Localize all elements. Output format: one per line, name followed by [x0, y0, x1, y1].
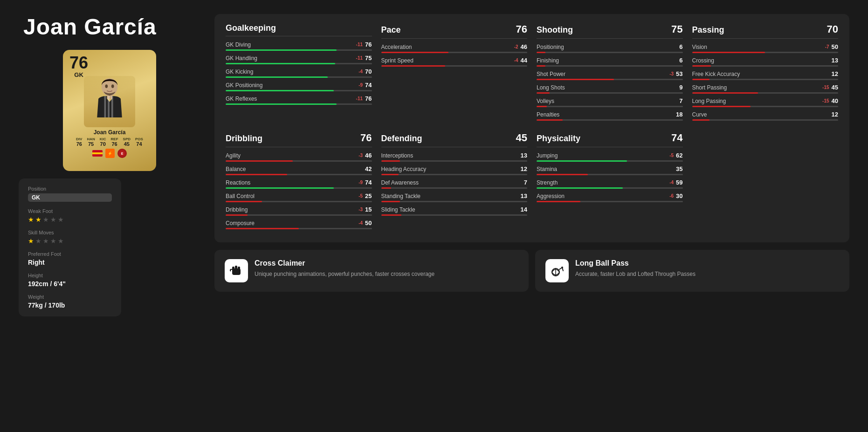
stat-bar-dribbling-3	[226, 201, 262, 202]
card-flags-row: ⚡ E	[92, 149, 127, 158]
category-score-defending: 45	[516, 132, 527, 144]
stat-row-pace-1: Sprint Speed-444	[381, 57, 528, 67]
skill-star-1: ★	[28, 237, 34, 245]
category-name-pace: Pace	[381, 25, 401, 35]
stat-category-passing: Passing70Vision-750Crossing13Free Kick A…	[692, 23, 839, 124]
stat-bar-pace-1	[381, 65, 446, 67]
player-name-header: Joan García	[19, 14, 200, 40]
category-header-pace: Pace76	[381, 23, 528, 39]
skill-star-2: ★	[35, 237, 41, 245]
svg-point-6	[111, 84, 114, 88]
stat-number-pace-1: 44	[521, 57, 527, 64]
stat-bar-shooting-0	[537, 52, 545, 53]
stat-number-shooting-4: 7	[679, 97, 682, 104]
stat-number-passing-5: 12	[832, 111, 838, 118]
stat-row-goalkeeping-4: GK Reflexes-1176	[226, 95, 372, 105]
info-height-section: Height 192cm / 6'4"	[28, 273, 112, 288]
category-name-passing: Passing	[692, 25, 724, 35]
stat-delta-goalkeeping-3: -9	[358, 82, 363, 88]
stat-row-pace-0: Acceleration-246	[381, 43, 528, 53]
stat-number-goalkeeping-0: 76	[365, 41, 372, 48]
card-rating-block: 76 GK	[69, 55, 88, 78]
stat-row-goalkeeping-0: GK Diving-1176	[226, 41, 372, 51]
card-top-row: 76 GK	[69, 55, 150, 78]
stat-name-defending-1: Heading Accuracy	[381, 166, 427, 172]
weight-value: 77kg / 170lb	[28, 302, 112, 309]
stat-row-passing-3: Short Passing-1545	[692, 84, 839, 94]
card-stat-spd: SPD 45	[123, 137, 131, 147]
stat-number-defending-0: 13	[521, 152, 527, 159]
stat-number-defending-1: 12	[521, 165, 527, 172]
stat-row-defending-0: Interceptions13	[381, 152, 528, 162]
stat-row-defending-3: Standing Tackle13	[381, 192, 528, 202]
star-1: ★	[28, 216, 34, 223]
svg-rect-10	[238, 267, 240, 270]
trait-card-1: Long Ball PassAccurate, faster Lob and L…	[535, 250, 849, 292]
stat-category-physicality: Physicality74Jumping-562Stamina35Strengt…	[537, 132, 683, 233]
stat-delta-physicality-0: -5	[669, 153, 674, 158]
stat-bar-shooting-2	[537, 79, 614, 80]
stat-number-shooting-2: 53	[676, 70, 682, 77]
stat-number-passing-0: 50	[832, 43, 838, 50]
category-header-dribbling: Dribbling76	[226, 132, 372, 147]
stat-name-passing-2: Free Kick Accuracy	[692, 71, 740, 77]
stat-number-goalkeeping-3: 74	[365, 82, 372, 89]
category-name-physicality: Physicality	[537, 134, 580, 144]
category-header-shooting: Shooting75	[537, 23, 683, 39]
stat-bar-passing-1	[692, 65, 711, 67]
stat-delta-shooting-2: -3	[669, 71, 674, 76]
stat-bar-passing-0	[692, 52, 765, 53]
stat-row-shooting-0: Positioning6	[537, 43, 683, 53]
category-header-physicality: Physicality74	[537, 132, 683, 147]
stat-row-shooting-5: Penalties18	[537, 111, 683, 121]
category-score-dribbling: 76	[360, 132, 372, 144]
info-skillmoves-section: Skill Moves ★ ★ ★ ★ ★	[28, 230, 112, 245]
category-score-passing: 70	[827, 23, 838, 35]
stat-row-goalkeeping-1: GK Handling-1175	[226, 55, 372, 64]
card-rating: 76	[69, 55, 88, 71]
trait-title-0: Cross Claimer	[255, 259, 518, 267]
stat-row-defending-1: Heading Accuracy12	[381, 165, 528, 175]
stat-name-passing-1: Crossing	[692, 57, 714, 64]
stat-bar-physicality-2	[537, 187, 623, 189]
stat-row-physicality-3: Aggression-630	[537, 192, 683, 202]
stat-row-defending-2: Def Awareness7	[381, 179, 528, 189]
info-weight-section: Weight 77kg / 170lb	[28, 294, 112, 309]
stat-row-shooting-2: Shot Power-353	[537, 70, 683, 80]
stat-bar-physicality-1	[537, 174, 588, 175]
stat-number-dribbling-4: 15	[365, 206, 372, 213]
svg-rect-4	[111, 96, 113, 117]
stat-row-goalkeeping-3: GK Positioning-974	[226, 82, 372, 91]
skill-star-4: ★	[50, 237, 56, 245]
stat-category-defending: Defending45Interceptions13Heading Accura…	[381, 132, 528, 233]
stat-delta-dribbling-5: -4	[358, 220, 363, 226]
stat-row-physicality-0: Jumping-562	[537, 152, 683, 162]
stat-name-defending-4: Sliding Tackle	[381, 206, 415, 213]
stat-number-dribbling-3: 25	[365, 192, 372, 199]
trait-icon-box-1	[545, 259, 569, 282]
stat-bar-goalkeeping-2	[226, 76, 328, 78]
category-score-pace: 76	[516, 23, 527, 35]
stat-name-dribbling-1: Balance	[226, 166, 246, 172]
stat-category-pace: Pace76Acceleration-246Sprint Speed-444	[381, 23, 528, 124]
stat-row-passing-1: Crossing13	[692, 57, 839, 67]
stat-number-goalkeeping-4: 76	[365, 95, 372, 102]
category-score-physicality: 74	[671, 132, 682, 144]
trait-title-1: Long Ball Pass	[575, 259, 839, 267]
stat-name-goalkeeping-3: GK Positioning	[226, 82, 262, 89]
card-stat-div: DIV 76	[76, 137, 82, 147]
stat-bar-physicality-3	[537, 201, 580, 202]
height-label: Height	[28, 273, 112, 278]
stat-bar-shooting-5	[537, 119, 563, 121]
stat-delta-passing-4: -15	[822, 98, 829, 103]
svg-rect-3	[108, 96, 110, 117]
star-4: ★	[50, 216, 56, 223]
skill-star-5: ★	[58, 237, 64, 245]
card-stats-row: DIV 76 HAN 75 KIC 70 REF 76 SPD 45	[76, 137, 143, 147]
category-score-shooting: 75	[671, 23, 682, 35]
stat-number-passing-3: 45	[832, 84, 838, 91]
skill-moves-stars: ★ ★ ★ ★ ★	[28, 237, 112, 245]
stat-name-pace-1: Sprint Speed	[381, 57, 413, 64]
star-5: ★	[58, 216, 64, 223]
stat-name-pace-0: Acceleration	[381, 44, 412, 50]
